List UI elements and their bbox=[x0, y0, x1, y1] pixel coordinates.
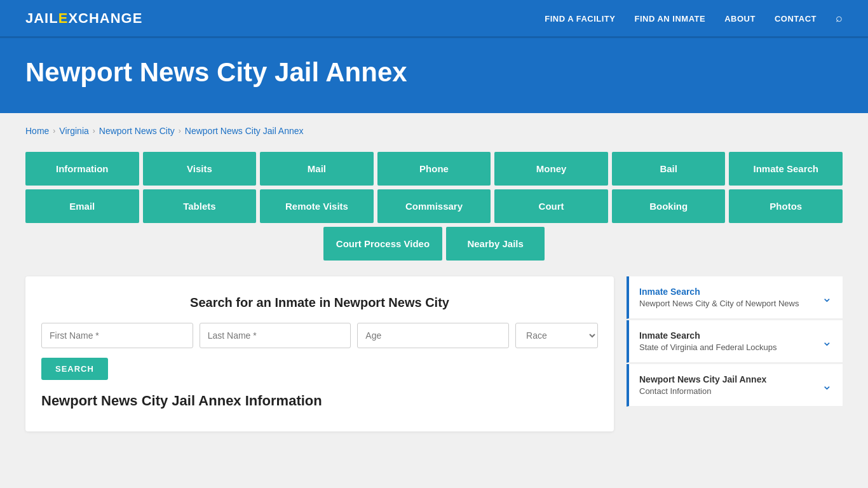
sc-label-2: Inmate Search bbox=[639, 330, 777, 341]
btn-commissary[interactable]: Commissary bbox=[377, 189, 491, 223]
btn-bail[interactable]: Bail bbox=[612, 152, 726, 186]
sidebar-card-text-3: Newport News City Jail Annex Contact Inf… bbox=[639, 374, 766, 396]
nav-find-inmate-link[interactable]: FIND AN INMATE bbox=[634, 14, 705, 24]
btn-email[interactable]: Email bbox=[25, 189, 139, 223]
nav-about[interactable]: ABOUT bbox=[724, 13, 756, 24]
btn-remote-visits[interactable]: Remote Visits bbox=[260, 189, 374, 223]
btn-court[interactable]: Court bbox=[494, 189, 608, 223]
sc-sub-1: Newport News City & City of Newport News bbox=[639, 299, 799, 308]
sidebar-card-text-1: Inmate Search Newport News City & City o… bbox=[639, 287, 799, 308]
content-grid: Search for an Inmate in Newport News Cit… bbox=[25, 276, 843, 431]
breadcrumb: Home › Virginia › Newport News City › Ne… bbox=[25, 126, 843, 136]
nav-find-facility-link[interactable]: FIND A FACILITY bbox=[545, 14, 615, 24]
nav-buttons-row2: Email Tablets Remote Visits Commissary C… bbox=[25, 189, 843, 223]
hero-section: Newport News City Jail Annex bbox=[0, 38, 868, 113]
btn-photos[interactable]: Photos bbox=[729, 189, 843, 223]
nav-find-inmate[interactable]: FIND AN INMATE bbox=[634, 13, 705, 24]
logo-x: E bbox=[58, 10, 69, 26]
first-name-input[interactable] bbox=[41, 323, 193, 348]
bottom-heading-title: Newport News City Jail Annex Information bbox=[41, 393, 598, 409]
logo[interactable]: JAILEXCHANGE bbox=[25, 10, 142, 27]
logo-jail: JAIL bbox=[25, 10, 58, 26]
breadcrumb-virginia[interactable]: Virginia bbox=[59, 126, 88, 136]
search-form: Race bbox=[41, 323, 598, 348]
btn-tablets[interactable]: Tablets bbox=[143, 189, 257, 223]
nav-buttons-section: Information Visits Mail Phone Money Bail… bbox=[25, 152, 843, 261]
main-wrapper: Home › Virginia › Newport News City › Ne… bbox=[0, 113, 868, 457]
breadcrumb-newport-news-city[interactable]: Newport News City bbox=[99, 126, 175, 136]
last-name-input[interactable] bbox=[200, 323, 351, 348]
right-sidebar: Inmate Search Newport News City & City o… bbox=[627, 276, 843, 407]
nav-buttons-row1: Information Visits Mail Phone Money Bail… bbox=[25, 152, 843, 186]
btn-phone[interactable]: Phone bbox=[377, 152, 491, 186]
search-button[interactable]: SEARCH bbox=[41, 358, 108, 380]
chevron-down-icon-3: ⌄ bbox=[822, 377, 832, 393]
sidebar-card-inmate-search-virginia[interactable]: Inmate Search State of Virginia and Fede… bbox=[627, 320, 843, 363]
chevron-icon-3: › bbox=[179, 126, 181, 135]
sidebar-card-text-2: Inmate Search State of Virginia and Fede… bbox=[639, 330, 777, 352]
sc-label-3: Newport News City Jail Annex bbox=[639, 374, 766, 384]
btn-court-process-video[interactable]: Court Process Video bbox=[323, 227, 442, 261]
nav-buttons-row3: Court Process Video Nearby Jails bbox=[25, 227, 843, 261]
nav-contact-link[interactable]: CONTACT bbox=[775, 14, 817, 24]
nav-search-icon[interactable]: ⌕ bbox=[836, 11, 843, 25]
sc-sub-3: Contact Information bbox=[639, 386, 766, 396]
logo-xchange: XCHANGE bbox=[68, 10, 142, 26]
btn-mail[interactable]: Mail bbox=[260, 152, 374, 186]
sidebar-card-contact-info[interactable]: Newport News City Jail Annex Contact Inf… bbox=[627, 364, 843, 407]
age-input[interactable] bbox=[357, 323, 509, 348]
search-section-title: Search for an Inmate in Newport News Cit… bbox=[41, 295, 598, 310]
left-panel: Search for an Inmate in Newport News Cit… bbox=[25, 276, 614, 431]
sidebar-card-inmate-search-newport[interactable]: Inmate Search Newport News City & City o… bbox=[627, 276, 843, 319]
chevron-icon-2: › bbox=[93, 126, 95, 135]
btn-nearby-jails[interactable]: Nearby Jails bbox=[446, 227, 545, 261]
nav-contact[interactable]: CONTACT bbox=[775, 13, 817, 24]
sc-label-1: Inmate Search bbox=[639, 287, 799, 297]
nav-about-link[interactable]: ABOUT bbox=[724, 14, 756, 24]
chevron-down-icon-2: ⌄ bbox=[822, 334, 832, 349]
breadcrumb-current: Newport News City Jail Annex bbox=[185, 126, 304, 136]
btn-visits[interactable]: Visits bbox=[143, 152, 257, 186]
race-select[interactable]: Race bbox=[515, 323, 598, 348]
btn-inmate-search[interactable]: Inmate Search bbox=[729, 152, 843, 186]
chevron-icon-1: › bbox=[53, 126, 55, 135]
btn-booking[interactable]: Booking bbox=[612, 189, 726, 223]
search-icon[interactable]: ⌕ bbox=[836, 11, 843, 24]
btn-money[interactable]: Money bbox=[494, 152, 608, 186]
page-title: Newport News City Jail Annex bbox=[25, 57, 843, 88]
sc-sub-2: State of Virginia and Federal Lockups bbox=[639, 342, 777, 352]
nav-links: FIND A FACILITY FIND AN INMATE ABOUT CON… bbox=[545, 11, 843, 25]
navbar: JAILEXCHANGE FIND A FACILITY FIND AN INM… bbox=[0, 0, 868, 38]
nav-find-facility[interactable]: FIND A FACILITY bbox=[545, 13, 615, 24]
btn-information[interactable]: Information bbox=[25, 152, 139, 186]
breadcrumb-home[interactable]: Home bbox=[25, 126, 49, 136]
bottom-heading: Newport News City Jail Annex Information bbox=[41, 380, 598, 412]
chevron-down-icon-1: ⌄ bbox=[822, 290, 832, 305]
